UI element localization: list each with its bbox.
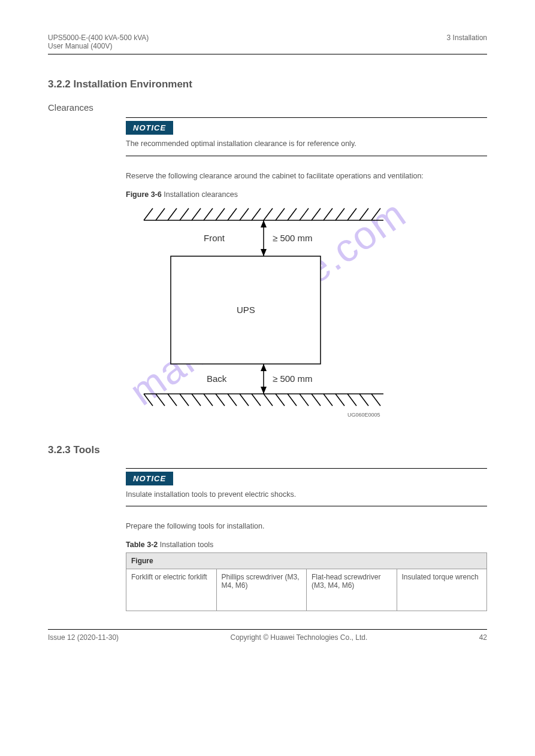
table-label-bold: Table 3-2 [126,541,158,549]
svg-line-29 [144,394,153,406]
notice-top-rule [126,117,487,118]
svg-line-11 [264,208,273,220]
svg-line-34 [204,394,213,406]
figure-label: Figure 3-6 Installation clearances [126,190,487,199]
svg-marker-26 [261,364,267,371]
clearances-paragraph: Reserve the following clearance around t… [126,171,487,182]
svg-line-46 [347,394,356,406]
tool-cell: Forklift or electric forklift [126,569,217,611]
section-heading-environment: 3.2.2 Installation Environment [48,78,487,90]
svg-line-16 [324,208,333,220]
footer-left: Issue 12 (2020-11-30) [48,633,119,642]
notice-block-clearances: NOTICE The recommended optimal installat… [126,117,487,156]
footer-divider [48,629,487,630]
tool-cell: Insulated torque wrench [397,569,487,611]
svg-line-18 [347,208,356,220]
notice-bottom-rule [126,156,487,156]
clearance-diagram: Front ≥ 500 mm UPS Back ≥ 500 mm [126,202,401,424]
svg-line-9 [240,208,249,220]
header-left-line2: User Manual (400V) [48,42,149,50]
svg-marker-23 [261,249,267,256]
subsection-clearances: Clearances [48,102,487,113]
notice-bottom-rule-tools [126,506,487,506]
svg-line-43 [312,394,321,406]
page-footer: Issue 12 (2020-11-30) Copyright © Huawei… [48,633,487,642]
svg-line-47 [359,394,368,406]
svg-line-48 [371,394,380,406]
notice-block-tools: NOTICE Insulate installation tools to pr… [126,468,487,507]
svg-line-40 [276,394,285,406]
svg-line-41 [288,394,297,406]
svg-line-33 [192,394,201,406]
svg-line-42 [300,394,309,406]
svg-marker-27 [261,387,267,394]
notice-badge-tools: NOTICE [126,472,173,485]
notice-badge: NOTICE [126,121,173,135]
svg-line-31 [168,394,177,406]
svg-line-3 [168,208,177,220]
svg-line-12 [276,208,285,220]
figure-label-text: Installation clearances [162,190,238,199]
svg-line-4 [180,208,189,220]
header-divider [48,54,487,54]
svg-marker-22 [261,220,267,227]
svg-line-8 [228,208,237,220]
tool-cell: Flat-head screwdriver (M3, M4, M6) [307,569,397,611]
tools-table: Figure Forklift or electric forklift Phi… [126,552,487,611]
svg-line-19 [359,208,368,220]
diagram-center: UPS [237,305,255,315]
svg-line-36 [228,394,237,406]
page-header: UPS5000-E-(400 kVA-500 kVA) User Manual … [48,34,487,54]
table-label: Table 3-2 Installation tools [126,541,487,549]
header-left-line1: UPS5000-E-(400 kVA-500 kVA) [48,34,149,42]
svg-line-35 [216,394,225,406]
svg-line-13 [288,208,297,220]
diagram-front-dim: ≥ 500 mm [273,233,313,243]
diagram-back-label: Back [207,374,227,384]
table-row: Forklift or electric forklift Phillips s… [126,569,487,611]
svg-line-2 [156,208,165,220]
tool-cell: Phillips screwdriver (M3, M4, M6) [216,569,307,611]
main-content: UPS5000-E-(400 kVA-500 kVA) User Manual … [48,34,487,642]
svg-line-5 [192,208,201,220]
svg-line-45 [335,394,344,406]
footer-center: Copyright © Huawei Technologies Co., Ltd… [230,633,367,642]
svg-line-37 [240,394,249,406]
diagram-front-label: Front [204,233,225,243]
notice-text-clearances: The recommended optimal installation cle… [126,138,487,150]
figure-clearances: Front ≥ 500 mm UPS Back ≥ 500 mm [126,202,487,426]
svg-line-20 [371,208,380,220]
tools-table-header: Figure [126,553,487,569]
figure-label-bold: Figure 3-6 [126,190,162,199]
svg-line-32 [180,394,189,406]
header-right: 3 Installation [447,34,487,50]
tools-paragraph: Prepare the following tools for installa… [126,521,487,532]
diagram-back-dim: ≥ 500 mm [273,374,313,384]
diagram-code: UG060E0005 [347,412,380,418]
svg-line-15 [312,208,321,220]
svg-line-10 [252,208,261,220]
svg-line-1 [144,208,153,220]
svg-line-30 [156,394,165,406]
svg-line-6 [204,208,213,220]
svg-line-38 [252,394,261,406]
svg-line-39 [264,394,273,406]
svg-line-17 [335,208,344,220]
svg-line-14 [300,208,309,220]
footer-right: 42 [479,633,487,642]
svg-line-7 [216,208,225,220]
table-label-text: Installation tools [158,541,213,549]
section-heading-tools: 3.2.3 Tools [48,444,487,456]
svg-line-44 [324,394,333,406]
header-left: UPS5000-E-(400 kVA-500 kVA) User Manual … [48,34,149,50]
notice-top-rule-tools [126,468,487,469]
notice-text-tools: Insulate installation tools to prevent e… [126,489,487,500]
